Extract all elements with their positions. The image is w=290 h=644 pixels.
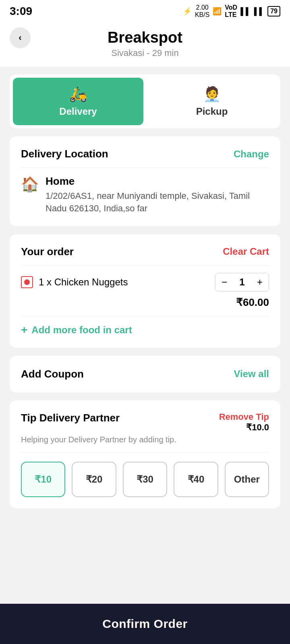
home-icon: 🏠 (21, 176, 39, 193)
battery-icon: 79 (267, 6, 280, 17)
divider (21, 167, 269, 168)
volte-icon: VoDLTE (225, 4, 237, 19)
confirm-order-button[interactable]: Confirm Order (0, 604, 290, 644)
tab-pickup[interactable]: 🧑‍💼 Pickup (147, 78, 277, 125)
order-item-row: 1 x Chicken Nuggets − 1 + (21, 273, 269, 291)
tab-pickup-label: Pickup (196, 106, 228, 117)
order-item-name: 1 x Chicken Nuggets (39, 277, 128, 288)
tip-option-other[interactable]: Other (225, 462, 269, 497)
main-content: 🛵 Delivery 🧑‍💼 Pickup Delivery Location … (0, 66, 290, 569)
add-more-row[interactable]: + Add more food in cart (21, 316, 269, 336)
tip-header-row: Tip Delivery Partner Remove Tip ₹10.0 (21, 412, 269, 433)
confirm-order-label: Confirm Order (102, 617, 188, 631)
tip-options: ₹10 ₹20 ₹30 ₹40 Other (21, 462, 269, 497)
status-time: 3:09 (10, 5, 32, 18)
location-name: Home (46, 175, 269, 188)
order-divider (21, 265, 269, 266)
clear-cart-button[interactable]: Clear Cart (223, 246, 269, 257)
qty-value: 1 (233, 273, 251, 291)
bluetooth-icon: ⚡ (183, 7, 192, 16)
signal-icon2: ▌▌ (254, 7, 265, 16)
tip-right: Remove Tip ₹10.0 (219, 412, 269, 433)
delivery-location-card: Delivery Location Change 🏠 Home 1/202/6A… (10, 136, 280, 226)
change-location-button[interactable]: Change (234, 149, 269, 160)
add-more-text: Add more food in cart (31, 324, 132, 336)
tip-option-30[interactable]: ₹30 (123, 462, 167, 497)
tip-option-10[interactable]: ₹10 (21, 462, 65, 497)
order-title: Your order (21, 246, 74, 258)
location-details: Home 1/202/6AS1, near Muniyandi temple, … (46, 175, 269, 215)
order-item-left: 1 x Chicken Nuggets (21, 276, 128, 288)
speed-text: 2.00KB/S (195, 4, 209, 18)
item-price: ₹60.00 (21, 296, 269, 309)
tip-card: Tip Delivery Partner Remove Tip ₹10.0 He… (10, 400, 280, 508)
non-veg-icon (21, 276, 33, 288)
tabs-container: 🛵 Delivery 🧑‍💼 Pickup (10, 74, 280, 128)
bottom-spacer (10, 516, 280, 561)
location-row: 🏠 Home 1/202/6AS1, near Muniyandi temple… (21, 175, 269, 215)
tip-description: Helping your Delivery Partner by adding … (21, 435, 269, 444)
tip-divider (21, 452, 269, 453)
tip-amount: ₹10.0 (219, 422, 269, 433)
wifi-icon: 📶 (213, 7, 222, 16)
status-icons: ⚡ 2.00KB/S 📶 VoDLTE ▌▌ ▌▌ 79 (183, 4, 280, 19)
view-all-coupons-button[interactable]: View all (234, 368, 269, 380)
quantity-control[interactable]: − 1 + (215, 273, 269, 291)
restaurant-info: Sivakasi - 29 min (111, 48, 179, 58)
qty-decrease-button[interactable]: − (215, 273, 233, 291)
page-title: Breakspot (108, 29, 182, 46)
tip-title: Tip Delivery Partner (21, 412, 120, 424)
tab-delivery-label: Delivery (59, 106, 97, 117)
qty-increase-button[interactable]: + (251, 273, 269, 291)
tab-delivery[interactable]: 🛵 Delivery (13, 78, 143, 125)
delivery-location-title: Delivery Location (21, 148, 108, 160)
order-item: 1 x Chicken Nuggets − 1 + ₹60.00 (21, 273, 269, 309)
order-header: Your order Clear Cart (21, 246, 269, 258)
tip-option-40[interactable]: ₹40 (174, 462, 218, 497)
add-icon: + (21, 324, 27, 336)
location-address: 1/202/6AS1, near Muniyandi temple, Sivak… (46, 190, 269, 215)
remove-tip-button[interactable]: Remove Tip (219, 412, 269, 422)
add-coupon-card: Add Coupon View all (10, 356, 280, 392)
tip-option-20[interactable]: ₹20 (72, 462, 116, 497)
delivery-location-header: Delivery Location Change (21, 148, 269, 160)
pickup-icon: 🧑‍💼 (203, 86, 221, 103)
veg-dot (24, 279, 30, 285)
delivery-icon: 🛵 (69, 86, 87, 103)
back-button[interactable]: ‹ (10, 27, 31, 48)
header: ‹ Breakspot Sivakasi - 29 min (0, 21, 290, 66)
your-order-card: Your order Clear Cart 1 x Chicken Nugget… (10, 234, 280, 348)
coupon-title: Add Coupon (21, 368, 84, 380)
status-bar: 3:09 ⚡ 2.00KB/S 📶 VoDLTE ▌▌ ▌▌ 79 (0, 0, 290, 21)
signal-icon: ▌▌ (240, 7, 251, 16)
